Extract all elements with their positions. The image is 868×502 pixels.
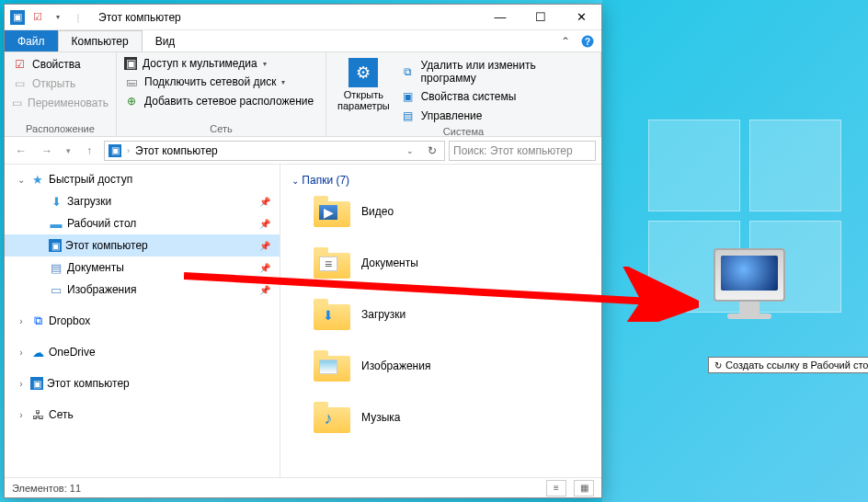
folder-downloads[interactable]: ⬇ Загрузки (288, 295, 594, 347)
quick-access-toolbar: ▣ ☑ ▾ | (5, 10, 91, 25)
qat-separator: | (71, 10, 86, 25)
uninstall-button[interactable]: ⧉ Удалить или изменить программу (399, 58, 595, 86)
gear-icon: ⚙ (348, 58, 378, 87)
tab-file[interactable]: Файл (5, 30, 58, 51)
group-label-location: Расположение (10, 121, 110, 134)
folder-icon: ≡ (314, 247, 350, 279)
rename-button: ▭ Переименовать (10, 95, 110, 111)
properties-button[interactable]: ☑ Свойства (10, 56, 110, 73)
tab-computer[interactable]: Компьютер (58, 30, 143, 51)
navigation-tree: ⌄ ★ Быстрый доступ ⬇ Загрузки 📌 ▬ Рабочи… (5, 165, 280, 477)
properties-icon[interactable]: ☑ (30, 10, 45, 25)
history-dropdown-icon[interactable]: ▾ (62, 140, 74, 162)
refresh-icon[interactable]: ↻ (424, 144, 440, 157)
address-dropdown-icon[interactable]: ⌄ (402, 146, 418, 155)
chevron-right-icon[interactable]: › (16, 410, 27, 420)
tree-label: Рабочий стол (67, 217, 136, 230)
minimize-button[interactable]: — (480, 5, 520, 30)
view-details-button[interactable]: ≡ (546, 480, 566, 496)
tree-network[interactable]: › 🖧 Сеть (5, 404, 280, 426)
drive-icon: 🖴 (124, 74, 139, 89)
chevron-right-icon[interactable]: › (16, 348, 27, 358)
status-item-count: Элементов: 11 (12, 483, 81, 494)
tree-label: Документы (67, 261, 124, 274)
folder-documents[interactable]: ≡ Документы (288, 244, 594, 295)
folder-music[interactable]: ♪ Музыка (288, 398, 594, 450)
tree-dropbox[interactable]: › ⧉ Dropbox (5, 310, 280, 332)
tree-this-pc-root[interactable]: › ▣ Этот компьютер (5, 372, 280, 394)
folders-section-header[interactable]: ⌄ Папки (7) (288, 170, 594, 192)
computer-icon: ▣ (30, 377, 43, 390)
tree-this-pc[interactable]: ▣ Этот компьютер 📌 (5, 234, 280, 257)
address-field[interactable]: ▣ › Этот компьютер ⌄ ↻ (104, 141, 445, 161)
open-button: ▭ Открыть (10, 75, 110, 92)
chevron-right-icon[interactable]: › (16, 316, 27, 326)
view-icons-button[interactable]: ▦ (574, 480, 594, 496)
tooltip-text: Создать ссылку в Рабочий стол (725, 359, 868, 371)
folder-videos[interactable]: ▶ Видео (288, 192, 594, 244)
checkbox-icon: ☑ (12, 57, 27, 72)
open-settings-button[interactable]: ⚙ Открытьпараметры (332, 56, 395, 124)
settings-label-1: Открыть (344, 89, 383, 100)
computer-icon: ▣ (49, 239, 62, 252)
pin-icon: 📌 (259, 263, 270, 273)
ribbon-group-location: ☑ Свойства ▭ Открыть ▭ Переименовать Рас… (5, 52, 117, 136)
up-button[interactable]: ↑ (78, 140, 100, 162)
computer-icon: ▣ (108, 144, 121, 157)
tree-label: Этот компьютер (65, 239, 148, 252)
network-icon: 🖧 (30, 407, 45, 422)
drag-ghost-icon (703, 248, 795, 340)
back-button[interactable]: ← (10, 140, 32, 162)
folder-label: Изображения (361, 359, 430, 372)
tree-downloads[interactable]: ⬇ Загрузки 📌 (5, 190, 280, 212)
group-label-system: Система (332, 124, 595, 137)
properties-label: Свойства (32, 58, 81, 71)
dropdown-icon: ▾ (281, 78, 285, 86)
pictures-icon: ▭ (49, 282, 63, 297)
dropdown-icon: ▾ (263, 60, 267, 68)
tree-pictures[interactable]: ▭ Изображения 📌 (5, 279, 280, 301)
media-icon: ▣ (124, 57, 137, 70)
content-pane: ⌄ Папки (7) ▶ Видео ≡ Документы ⬇ Загруз… (280, 165, 601, 477)
folder-icon: ♪ (314, 402, 350, 433)
cloud-icon: ☁ (30, 345, 45, 359)
chevron-down-icon[interactable]: ⌄ (16, 175, 27, 185)
pin-icon: 📌 (259, 285, 270, 295)
add-location-button[interactable]: ⊕ Добавить сетевое расположение (122, 93, 320, 109)
sysprops-icon: ▣ (401, 89, 416, 104)
media-access-button[interactable]: ▣ Доступ к мультимедиа ▾ (122, 56, 320, 71)
tree-documents[interactable]: ▤ Документы 📌 (5, 257, 280, 279)
search-placeholder: Поиск: Этот компьютер (453, 144, 573, 157)
ribbon-collapse-icon[interactable]: ⌃ (557, 30, 574, 51)
system-properties-button[interactable]: ▣ Свойства системы (399, 88, 595, 105)
settings-label-2: параметры (337, 100, 390, 111)
address-bar: ← → ▾ ↑ ▣ › Этот компьютер ⌄ ↻ Поиск: Эт… (5, 137, 601, 165)
svg-text:?: ? (585, 36, 590, 46)
tree-onedrive[interactable]: › ☁ OneDrive (5, 341, 280, 363)
tab-view[interactable]: Вид (143, 30, 188, 51)
search-input[interactable]: Поиск: Этот компьютер (449, 141, 596, 161)
close-button[interactable]: ✕ (561, 5, 601, 30)
tree-quick-access[interactable]: ⌄ ★ Быстрый доступ (5, 168, 280, 190)
tree-label: Dropbox (49, 314, 90, 327)
help-icon[interactable]: ? (574, 30, 601, 51)
chevron-down-icon: ⌄ (291, 176, 299, 186)
computer-icon[interactable]: ▣ (10, 10, 25, 25)
chevron-right-icon[interactable]: › (16, 379, 27, 389)
rename-label: Переименовать (28, 97, 108, 109)
folder-label: Видео (361, 205, 394, 218)
ribbon-body: ☑ Свойства ▭ Открыть ▭ Переименовать Рас… (5, 52, 601, 137)
tree-desktop[interactable]: ▬ Рабочий стол 📌 (5, 212, 280, 234)
forward-button[interactable]: → (36, 140, 58, 162)
ribbon-tabs: Файл Компьютер Вид ⌃ ? (5, 30, 601, 52)
manage-button[interactable]: ▤ Управление (399, 108, 595, 124)
folder-pictures[interactable]: Изображения (288, 347, 594, 398)
maximize-button[interactable]: ☐ (520, 5, 561, 30)
pin-icon: 📌 (259, 241, 270, 251)
map-drive-button[interactable]: 🖴 Подключить сетевой диск ▾ (122, 74, 320, 90)
chevron-right-icon: › (127, 146, 130, 155)
tree-label: Загрузки (67, 195, 111, 208)
pin-icon: 📌 (259, 197, 270, 207)
qat-dropdown-icon[interactable]: ▾ (51, 10, 65, 25)
desktop-icon: ▬ (49, 216, 63, 231)
